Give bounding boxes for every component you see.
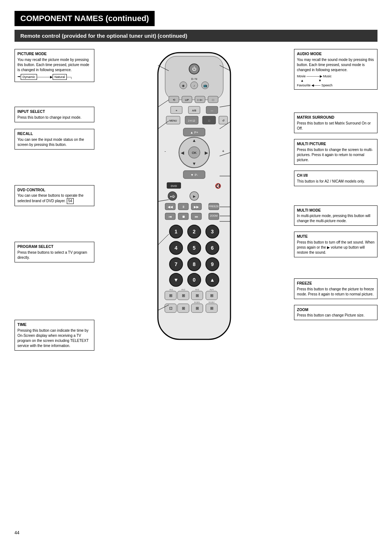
svg-text:AV3: AV3	[195, 289, 200, 291]
svg-text:▶▶: ▶▶	[194, 205, 199, 209]
svg-text:▲: ▲	[192, 138, 196, 143]
svg-text:⏹: ⏹	[182, 215, 185, 219]
svg-text:♪: ♪	[193, 84, 195, 87]
svg-text:7: 7	[175, 261, 177, 267]
svg-text:◀: ◀	[181, 150, 184, 155]
remote-control-svg: ⏻ D / N ◉ ♪ 📺 ⟲ UP I⊣⊢ □ ≡	[136, 49, 252, 347]
svg-text:8: 8	[193, 261, 196, 267]
svg-text:OK: OK	[192, 151, 196, 155]
svg-text:⊡: ⊡	[169, 306, 172, 310]
svg-text:MENU: MENU	[170, 119, 177, 122]
freeze-title: FREEZE	[297, 281, 375, 286]
svg-text:2·4·12: 2·4·12	[188, 119, 195, 122]
svg-text:1: 1	[175, 229, 177, 234]
svg-text:—: —	[211, 109, 213, 112]
svg-text:AV1: AV1	[170, 289, 174, 291]
svg-text:▲: ▲	[210, 277, 215, 283]
svg-text:FREEZE: FREEZE	[209, 205, 219, 208]
svg-text:2: 2	[193, 229, 196, 234]
svg-text:I⊣⊢: I⊣⊢	[197, 99, 203, 101]
annotation-program-select: PROGRAM SELECT Press these buttons to se…	[15, 242, 94, 262]
svg-text:⊞: ⊞	[182, 293, 185, 298]
dvd-control-title: DVD CONTROL	[17, 187, 91, 193]
svg-text:0: 0	[193, 277, 196, 283]
svg-text:RGB2: RGB2	[209, 301, 215, 303]
svg-text:-: -	[164, 149, 166, 153]
svg-text:⊞: ⊞	[210, 306, 213, 310]
picture-mode-sequence: ⮕ Dynamic ————▶ Natural —┐	[17, 74, 91, 80]
svg-text:🔇: 🔇	[215, 183, 221, 189]
audio-mode-title: AUDIO MODE	[297, 51, 375, 57]
picture-mode-title: PICTURE MODE	[17, 51, 91, 57]
svg-text:6: 6	[211, 245, 214, 251]
svg-text:RGB1: RGB1	[194, 301, 200, 303]
svg-text:AV4: AV4	[210, 289, 214, 291]
svg-text:▶: ▶	[205, 150, 208, 155]
svg-text:□: □	[212, 98, 214, 102]
multi-mode-body: In multi-picture mode, pressing this but…	[297, 214, 370, 223]
svg-text:▼ P-: ▼ P-	[191, 173, 198, 177]
annotation-dvd-control: DVD CONTROL You can use these buttons to…	[15, 185, 94, 207]
annotation-multi-mode: MULTI MODE In multi-picture mode, pressi…	[294, 205, 377, 226]
annotation-time: TIME Pressing this button can indicate t…	[15, 320, 94, 351]
svg-text:⊞: ⊞	[196, 306, 199, 310]
time-title: TIME	[17, 322, 91, 327]
annotation-audio-mode: AUDIO MODE You may recall the sound mode…	[294, 49, 377, 90]
svg-text:⏸: ⏸	[182, 205, 185, 209]
mute-title: MUTE	[297, 234, 375, 239]
svg-text:⏭: ⏭	[195, 215, 198, 219]
program-select-title: PROGRAM SELECT	[17, 244, 91, 249]
matrix-surround-title: MATRIX SURROUND	[297, 115, 375, 120]
svg-text:⟲: ⟲	[173, 98, 175, 102]
multi-mode-title: MULTI MODE	[297, 208, 375, 213]
svg-text:⊞: ⊞	[210, 293, 213, 298]
svg-text:▶: ▶	[193, 195, 196, 198]
svg-text:4: 4	[175, 245, 177, 251]
annotation-zoom: ZOOM Press this button can change Pictur…	[294, 305, 377, 320]
svg-text:≡: ≡	[176, 109, 177, 112]
svg-text:5: 5	[193, 245, 196, 251]
svg-text:ZOOM: ZOOM	[210, 215, 218, 217]
annotation-mute: MUTE Press this button to turn off the s…	[294, 232, 377, 257]
svg-text:D / N: D / N	[191, 78, 197, 80]
svg-text:⏻: ⏻	[192, 66, 196, 72]
annotation-freeze: FREEZE Press this button to change the p…	[294, 278, 377, 299]
annotation-multi-picture: MULTI PICTURE Press this button to chang…	[294, 139, 377, 165]
svg-text:UP: UP	[185, 98, 189, 102]
matrix-surround-body: Press this button to set Matrix Surround…	[297, 121, 371, 130]
input-select-title: INPUT SELECT	[17, 109, 91, 114]
page-number: 44	[15, 530, 19, 535]
svg-text:●⏻: ●⏻	[170, 195, 175, 198]
zoom-body: Press this button can change Picture siz…	[297, 313, 364, 317]
svg-text:◉: ◉	[182, 84, 185, 87]
ch-i-ii-title: CH I/II	[297, 173, 375, 178]
svg-text:9: 9	[211, 261, 214, 267]
picture-mode-body: You may recall the picture mode by press…	[17, 58, 89, 72]
time-body: Pressing this button can indicate the ti…	[17, 328, 89, 348]
svg-text:DVD: DVD	[171, 184, 177, 188]
svg-text:A/B: A/B	[192, 109, 196, 112]
annotation-recall: RECALL You can see the input mode status…	[15, 129, 94, 150]
multi-picture-title: MULTI PICTURE	[297, 141, 375, 147]
dvd-page-ref: 54	[67, 198, 74, 204]
svg-text:⏮: ⏮	[169, 215, 172, 219]
svg-text:AV2: AV2	[181, 289, 186, 291]
annotation-matrix-surround: MATRIX SURROUND Press this button to set…	[294, 113, 377, 133]
audio-mode-body: You may recall the sound mode by pressin…	[297, 58, 374, 72]
input-select-body: Press this button to change input mode.	[17, 115, 81, 119]
svg-text:⊞: ⊞	[169, 293, 172, 298]
svg-text:◀◀: ◀◀	[168, 205, 173, 209]
page-title: COMPONENT NAMES (continued)	[15, 11, 155, 26]
svg-text:📺: 📺	[203, 83, 208, 88]
svg-text:⊞: ⊞	[196, 293, 199, 298]
annotation-picture-mode: PICTURE MODE You may recall the picture …	[15, 49, 94, 82]
svg-text:⊞: ⊞	[182, 306, 185, 310]
recall-body: You can see the input mode status on the…	[17, 138, 84, 147]
page-subtitle: Remote control (provided for the optiona…	[15, 30, 377, 42]
mute-body: Press this button to turn off the set so…	[297, 240, 375, 254]
svg-text:3: 3	[211, 229, 214, 234]
program-select-body: Press these buttons to select a TV progr…	[17, 250, 87, 260]
ch-i-ii-body: This button is for A2 / NICAM models onl…	[297, 179, 365, 183]
svg-text:▼: ▼	[192, 161, 196, 166]
svg-text:▼: ▼	[173, 277, 179, 283]
